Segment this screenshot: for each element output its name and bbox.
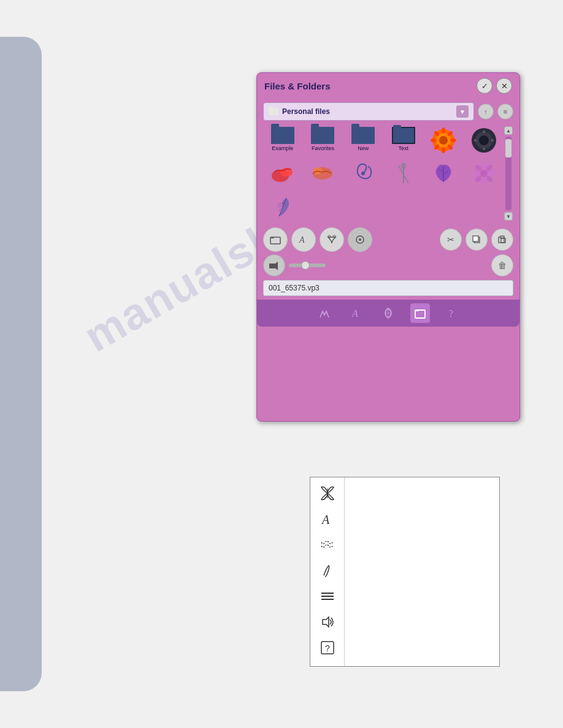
svg-point-3 [442, 127, 445, 134]
svg-point-6 [450, 138, 456, 142]
panel-butterfly-icon[interactable] [316, 482, 339, 504]
scroll-thumb[interactable] [505, 139, 511, 157]
zoom-tool-button[interactable] [263, 254, 285, 276]
delete-button[interactable]: 🗑 [491, 254, 513, 276]
folder-example[interactable]: Example [263, 124, 302, 156]
cut-button[interactable]: ✂ [440, 229, 462, 251]
folder-path-bar[interactable]: Personal files ▼ [263, 102, 474, 121]
file-grid-scrollbar: ▲ ▼ [504, 124, 513, 222]
panel-menu-icon[interactable] [316, 585, 339, 607]
design-swirl[interactable] [343, 157, 383, 189]
panel-script-icon[interactable] [316, 559, 339, 582]
svg-point-32 [473, 171, 480, 176]
svg-text:A: A [351, 308, 358, 319]
design-needle[interactable] [384, 157, 423, 189]
paste-button[interactable] [491, 229, 513, 251]
slider-track[interactable] [289, 264, 326, 267]
rename-button[interactable]: A [291, 227, 316, 252]
dialog-confirm-button[interactable]: ✓ [477, 78, 492, 94]
svg-point-17 [491, 139, 494, 142]
panel-font-icon[interactable]: A [316, 508, 339, 530]
folder-example-label: Example [272, 145, 293, 151]
svg-rect-60 [321, 593, 334, 594]
design-bird-orange[interactable] [304, 157, 343, 189]
dialog-close-button[interactable]: ✕ [496, 78, 512, 94]
folder-dropdown-arrow[interactable]: ▼ [456, 105, 469, 118]
action-row-2: 🗑 [263, 254, 513, 276]
folder-icon [269, 108, 278, 115]
file-grid: Example Favorites New Text [263, 124, 504, 222]
dialog-titlebar: Files & Folders ✓ ✕ [257, 73, 519, 99]
svg-point-4 [442, 147, 445, 153]
second-panel: A [310, 477, 500, 667]
copy-button[interactable] [465, 229, 488, 251]
folder-favorites-label: Favorites [312, 145, 334, 151]
design-leaf[interactable] [424, 157, 464, 189]
design-feather[interactable] [263, 191, 302, 222]
filename-bar[interactable]: 001_65375.vp3 [263, 280, 513, 296]
tab-text-icon[interactable]: A [347, 303, 366, 323]
panel-icon-list: A [310, 477, 345, 666]
new-folder-button[interactable] [263, 227, 288, 252]
action-row-1: A ✂ [263, 227, 513, 252]
svg-marker-51 [275, 262, 278, 270]
folder-favorites[interactable]: Favorites [304, 124, 343, 156]
navigate-up-button[interactable]: ↑ [478, 104, 494, 119]
svg-text:A: A [321, 513, 330, 526]
folder-new[interactable]: New [343, 124, 383, 156]
panel-help-icon[interactable]: ? [316, 637, 339, 659]
svg-rect-62 [321, 599, 334, 600]
tab-stitch-icon[interactable] [315, 303, 334, 323]
svg-point-13 [479, 135, 489, 145]
dialog-title: Files & Folders [264, 81, 331, 91]
tab-design-icon[interactable] [378, 303, 398, 323]
panel-content-area [345, 477, 499, 666]
bottom-tabs: A ? [257, 300, 519, 327]
folder-text-label: Text [399, 145, 409, 151]
scroll-down-button[interactable]: ▼ [504, 212, 513, 221]
svg-point-29 [480, 170, 488, 177]
filename-text: 001_65375.vp3 [269, 284, 320, 292]
svg-text:A: A [299, 235, 305, 245]
svg-text:?: ? [449, 308, 453, 319]
svg-point-33 [488, 171, 495, 176]
folder-options-button[interactable]: ≡ [497, 104, 513, 119]
svg-point-30 [481, 162, 486, 170]
svg-rect-50 [269, 264, 275, 268]
tab-files-icon[interactable] [410, 303, 430, 323]
svg-point-22 [361, 172, 365, 175]
svg-rect-46 [473, 236, 478, 241]
svg-marker-63 [323, 617, 329, 627]
files-folders-dialog: Files & Folders ✓ ✕ Personal files ▼ ↑ ≡… [256, 72, 520, 422]
scroll-up-button[interactable]: ▲ [504, 126, 513, 135]
design-sunflower[interactable] [424, 124, 464, 156]
tab-help-icon[interactable]: ? [442, 303, 462, 323]
panel-stitch-icon[interactable] [316, 534, 339, 556]
svg-point-44 [359, 238, 361, 241]
svg-point-5 [431, 138, 437, 142]
svg-point-14 [483, 131, 485, 133]
svg-point-31 [481, 177, 486, 184]
zoom-slider [289, 264, 326, 267]
folder-path-text: Personal files [282, 107, 330, 116]
file-grid-container: Example Favorites New Text [263, 124, 513, 222]
design-flower[interactable] [464, 157, 504, 189]
settings-button[interactable] [348, 227, 372, 252]
svg-text:?: ? [325, 643, 330, 653]
svg-rect-49 [501, 238, 505, 243]
folder-text[interactable]: Text [384, 124, 423, 156]
left-sidebar [0, 37, 42, 691]
slider-thumb[interactable] [301, 261, 310, 270]
filter-button[interactable] [320, 227, 344, 252]
design-bird-red[interactable] [263, 157, 302, 189]
folder-new-label: New [358, 145, 369, 151]
folder-bar: Personal files ▼ ↑ ≡ [263, 102, 513, 121]
svg-point-16 [474, 139, 477, 142]
svg-point-2 [439, 136, 448, 145]
scroll-track[interactable] [505, 137, 511, 210]
svg-point-15 [483, 148, 485, 150]
design-dark-circle[interactable] [464, 124, 504, 156]
panel-sound-icon[interactable] [316, 611, 339, 633]
svg-rect-61 [321, 596, 334, 597]
dialog-controls: ✓ ✕ [477, 78, 512, 94]
